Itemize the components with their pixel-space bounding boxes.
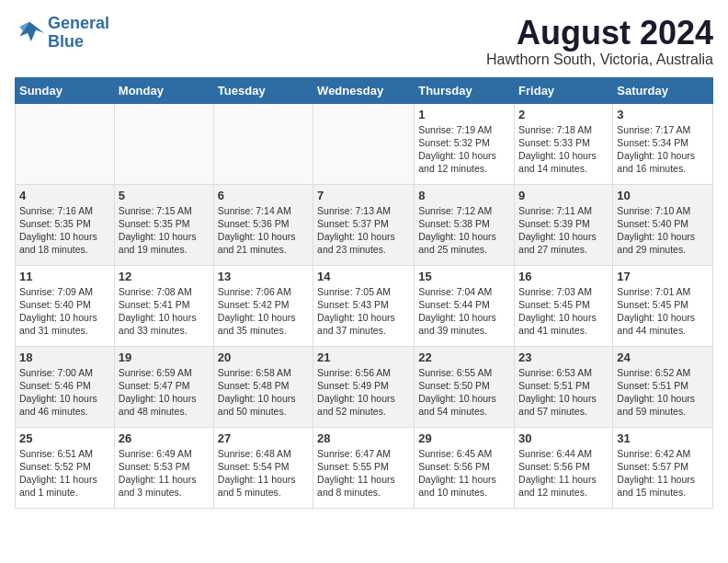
day-info: Sunrise: 6:45 AM Sunset: 5:56 PM Dayligh… xyxy=(418,447,510,500)
column-header-monday: Monday xyxy=(114,77,213,103)
calendar-week-row: 4Sunrise: 7:16 AM Sunset: 5:35 PM Daylig… xyxy=(16,184,713,265)
day-number: 4 xyxy=(19,189,110,202)
day-number: 1 xyxy=(418,108,510,121)
column-header-wednesday: Wednesday xyxy=(313,77,415,103)
calendar-cell xyxy=(313,103,415,184)
calendar-week-row: 11Sunrise: 7:09 AM Sunset: 5:40 PM Dayli… xyxy=(16,265,713,346)
month-title: August 2024 xyxy=(486,15,713,52)
day-number: 27 xyxy=(218,431,309,445)
calendar-cell: 6Sunrise: 7:14 AM Sunset: 5:36 PM Daylig… xyxy=(213,184,313,265)
day-info: Sunrise: 7:03 AM Sunset: 5:45 PM Dayligh… xyxy=(518,285,609,338)
day-number: 5 xyxy=(119,189,210,202)
day-info: Sunrise: 7:10 AM Sunset: 5:40 PM Dayligh… xyxy=(617,204,709,257)
day-info: Sunrise: 7:04 AM Sunset: 5:44 PM Dayligh… xyxy=(418,285,510,338)
day-info: Sunrise: 6:42 AM Sunset: 5:57 PM Dayligh… xyxy=(617,447,709,500)
calendar-cell: 17Sunrise: 7:01 AM Sunset: 5:45 PM Dayli… xyxy=(613,265,713,346)
calendar-cell: 23Sunrise: 6:53 AM Sunset: 5:51 PM Dayli… xyxy=(515,346,613,427)
calendar-week-row: 1Sunrise: 7:19 AM Sunset: 5:32 PM Daylig… xyxy=(16,103,713,184)
calendar-week-row: 25Sunrise: 6:51 AM Sunset: 5:52 PM Dayli… xyxy=(16,427,713,508)
calendar-cell: 27Sunrise: 6:48 AM Sunset: 5:54 PM Dayli… xyxy=(213,427,313,508)
calendar-cell: 26Sunrise: 6:49 AM Sunset: 5:53 PM Dayli… xyxy=(114,427,213,508)
day-number: 25 xyxy=(19,431,110,445)
svg-marker-0 xyxy=(19,21,44,40)
day-number: 3 xyxy=(617,108,709,121)
day-info: Sunrise: 7:06 AM Sunset: 5:42 PM Dayligh… xyxy=(218,285,309,338)
calendar-cell: 16Sunrise: 7:03 AM Sunset: 5:45 PM Dayli… xyxy=(515,265,613,346)
calendar-cell: 2Sunrise: 7:18 AM Sunset: 5:33 PM Daylig… xyxy=(515,103,613,184)
day-number: 12 xyxy=(119,270,210,283)
day-info: Sunrise: 7:08 AM Sunset: 5:41 PM Dayligh… xyxy=(119,285,210,338)
day-number: 20 xyxy=(218,350,309,364)
calendar-cell: 25Sunrise: 6:51 AM Sunset: 5:52 PM Dayli… xyxy=(16,427,115,508)
day-info: Sunrise: 6:49 AM Sunset: 5:53 PM Dayligh… xyxy=(119,447,210,500)
day-number: 26 xyxy=(119,431,210,445)
title-block: August 2024 Hawthorn South, Victoria, Au… xyxy=(486,15,713,68)
column-header-friday: Friday xyxy=(515,77,613,103)
calendar-cell: 1Sunrise: 7:19 AM Sunset: 5:32 PM Daylig… xyxy=(415,103,515,184)
day-info: Sunrise: 6:51 AM Sunset: 5:52 PM Dayligh… xyxy=(19,447,110,500)
location-subtitle: Hawthorn South, Victoria, Australia xyxy=(486,52,713,68)
calendar-cell: 8Sunrise: 7:12 AM Sunset: 5:38 PM Daylig… xyxy=(415,184,515,265)
day-info: Sunrise: 7:15 AM Sunset: 5:35 PM Dayligh… xyxy=(119,204,210,257)
calendar-cell: 30Sunrise: 6:44 AM Sunset: 5:56 PM Dayli… xyxy=(515,427,613,508)
day-info: Sunrise: 6:58 AM Sunset: 5:48 PM Dayligh… xyxy=(218,366,309,419)
logo-text-general: General xyxy=(48,14,109,32)
calendar-cell: 9Sunrise: 7:11 AM Sunset: 5:39 PM Daylig… xyxy=(515,184,613,265)
logo: General Blue xyxy=(15,15,109,52)
day-info: Sunrise: 7:12 AM Sunset: 5:38 PM Dayligh… xyxy=(418,204,510,257)
calendar-cell: 5Sunrise: 7:15 AM Sunset: 5:35 PM Daylig… xyxy=(114,184,213,265)
calendar-cell: 29Sunrise: 6:45 AM Sunset: 5:56 PM Dayli… xyxy=(415,427,515,508)
day-info: Sunrise: 7:14 AM Sunset: 5:36 PM Dayligh… xyxy=(218,204,309,257)
page-header: General Blue August 2024 Hawthorn South,… xyxy=(15,15,713,68)
column-header-thursday: Thursday xyxy=(415,77,515,103)
calendar-cell: 22Sunrise: 6:55 AM Sunset: 5:50 PM Dayli… xyxy=(415,346,515,427)
calendar-cell: 3Sunrise: 7:17 AM Sunset: 5:34 PM Daylig… xyxy=(613,103,713,184)
calendar-cell xyxy=(114,103,213,184)
column-header-sunday: Sunday xyxy=(16,77,115,103)
day-number: 6 xyxy=(218,189,309,202)
calendar-week-row: 18Sunrise: 7:00 AM Sunset: 5:46 PM Dayli… xyxy=(16,346,713,427)
day-info: Sunrise: 7:00 AM Sunset: 5:46 PM Dayligh… xyxy=(19,366,110,419)
calendar-cell: 12Sunrise: 7:08 AM Sunset: 5:41 PM Dayli… xyxy=(114,265,213,346)
day-info: Sunrise: 7:16 AM Sunset: 5:35 PM Dayligh… xyxy=(19,204,110,257)
calendar-cell: 19Sunrise: 6:59 AM Sunset: 5:47 PM Dayli… xyxy=(114,346,213,427)
calendar-cell: 11Sunrise: 7:09 AM Sunset: 5:40 PM Dayli… xyxy=(16,265,115,346)
day-number: 8 xyxy=(418,189,510,202)
day-number: 11 xyxy=(19,270,110,283)
day-number: 24 xyxy=(617,350,709,364)
calendar-header-row: SundayMondayTuesdayWednesdayThursdayFrid… xyxy=(16,77,713,103)
day-number: 16 xyxy=(518,270,609,283)
calendar-cell: 28Sunrise: 6:47 AM Sunset: 5:55 PM Dayli… xyxy=(313,427,415,508)
day-number: 7 xyxy=(317,189,410,202)
day-number: 13 xyxy=(218,270,309,283)
column-header-saturday: Saturday xyxy=(613,77,713,103)
day-info: Sunrise: 6:44 AM Sunset: 5:56 PM Dayligh… xyxy=(518,447,609,500)
day-number: 30 xyxy=(518,431,609,445)
day-info: Sunrise: 6:47 AM Sunset: 5:55 PM Dayligh… xyxy=(317,447,410,500)
day-info: Sunrise: 7:01 AM Sunset: 5:45 PM Dayligh… xyxy=(617,285,709,338)
day-info: Sunrise: 7:05 AM Sunset: 5:43 PM Dayligh… xyxy=(317,285,410,338)
day-info: Sunrise: 7:09 AM Sunset: 5:40 PM Dayligh… xyxy=(19,285,110,338)
day-number: 18 xyxy=(19,350,110,364)
calendar-cell: 14Sunrise: 7:05 AM Sunset: 5:43 PM Dayli… xyxy=(313,265,415,346)
day-info: Sunrise: 6:59 AM Sunset: 5:47 PM Dayligh… xyxy=(119,366,210,419)
calendar-cell: 13Sunrise: 7:06 AM Sunset: 5:42 PM Dayli… xyxy=(213,265,313,346)
day-info: Sunrise: 7:13 AM Sunset: 5:37 PM Dayligh… xyxy=(317,204,410,257)
day-number: 10 xyxy=(617,189,709,202)
day-number: 29 xyxy=(418,431,510,445)
day-number: 14 xyxy=(317,270,410,283)
logo-text-blue: Blue xyxy=(48,33,109,52)
day-info: Sunrise: 6:55 AM Sunset: 5:50 PM Dayligh… xyxy=(418,366,510,419)
day-info: Sunrise: 6:52 AM Sunset: 5:51 PM Dayligh… xyxy=(617,366,709,419)
calendar-cell: 4Sunrise: 7:16 AM Sunset: 5:35 PM Daylig… xyxy=(16,184,115,265)
calendar-cell: 21Sunrise: 6:56 AM Sunset: 5:49 PM Dayli… xyxy=(313,346,415,427)
calendar-cell: 18Sunrise: 7:00 AM Sunset: 5:46 PM Dayli… xyxy=(16,346,115,427)
day-info: Sunrise: 6:48 AM Sunset: 5:54 PM Dayligh… xyxy=(218,447,309,500)
calendar-cell: 10Sunrise: 7:10 AM Sunset: 5:40 PM Dayli… xyxy=(613,184,713,265)
day-info: Sunrise: 7:11 AM Sunset: 5:39 PM Dayligh… xyxy=(518,204,609,257)
day-info: Sunrise: 7:19 AM Sunset: 5:32 PM Dayligh… xyxy=(418,123,510,176)
logo-icon xyxy=(15,18,44,48)
calendar-cell: 20Sunrise: 6:58 AM Sunset: 5:48 PM Dayli… xyxy=(213,346,313,427)
day-number: 19 xyxy=(119,350,210,364)
day-info: Sunrise: 6:53 AM Sunset: 5:51 PM Dayligh… xyxy=(518,366,609,419)
